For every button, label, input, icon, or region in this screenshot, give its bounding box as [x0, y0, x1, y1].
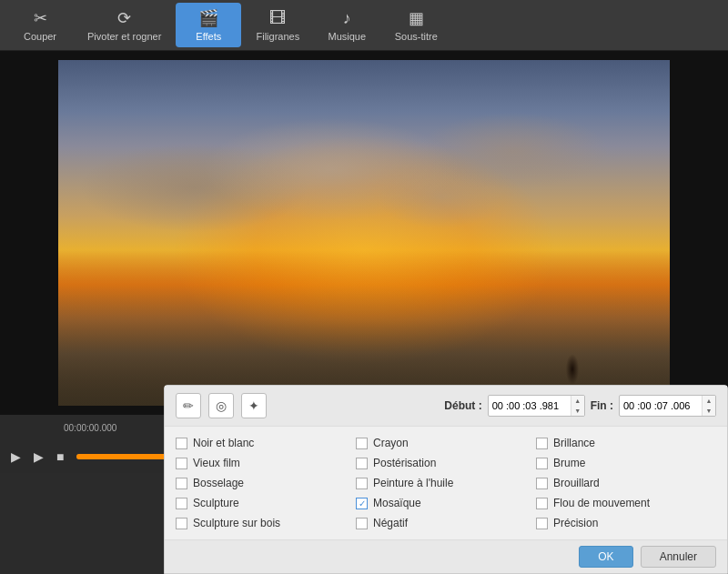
effect-item[interactable]: Peinture à l'huile: [356, 474, 536, 492]
effect-item[interactable]: Postérisation: [356, 454, 536, 472]
effect-checkbox[interactable]: [176, 478, 187, 489]
toolbar-btn-pivoter[interactable]: ⟳Pivoter et rogner: [76, 3, 172, 47]
effect-label: Sculpture: [193, 497, 239, 509]
effect-item[interactable]: Noir et blanc: [176, 434, 356, 452]
effect-item[interactable]: ✓Mosaïque: [356, 494, 536, 512]
effect-item[interactable]: Flou de mouvement: [536, 494, 716, 512]
debut-spin: ▲ ▼: [571, 396, 584, 416]
ok-button[interactable]: OK: [579, 546, 632, 568]
effect-label: Postérisation: [373, 457, 436, 469]
play-button[interactable]: ▶: [7, 448, 25, 466]
effect-label: Noir et blanc: [193, 437, 254, 449]
effect-checkbox[interactable]: [176, 498, 187, 509]
toolbar-btn-couper[interactable]: ✂Couper: [7, 3, 73, 47]
effect-checkbox[interactable]: [356, 518, 368, 529]
effect-item[interactable]: Brume: [536, 454, 716, 472]
effect-checkbox[interactable]: ✓: [356, 498, 368, 509]
effects-grid: Noir et blancCrayonBrillanceVieux filmPo…: [165, 427, 727, 539]
debut-value-field[interactable]: [489, 398, 571, 414]
effect-checkbox[interactable]: [536, 458, 548, 469]
effect-label: Vieux film: [193, 457, 240, 469]
right-letterbox: [670, 51, 728, 415]
toolbar-icon-musique: ♪: [343, 9, 351, 28]
fin-spin-down[interactable]: ▼: [703, 406, 715, 416]
effect-checkbox[interactable]: [536, 438, 548, 449]
effect-item[interactable]: Vieux film: [176, 454, 356, 472]
effect-item[interactable]: Sculpture: [176, 494, 356, 512]
toolbar-icon-filigranes: 🎞: [269, 9, 286, 28]
effect-label: Précision: [553, 517, 598, 529]
toolbar-btn-effets[interactable]: 🎬Effets: [176, 3, 241, 47]
effect-item[interactable]: Bosselage: [176, 474, 356, 492]
effect-item[interactable]: Sculpture sur bois: [176, 514, 356, 532]
effect-label: Crayon: [373, 437, 409, 449]
toolbar-label-effets: Effets: [196, 31, 221, 42]
effect-item[interactable]: Brillance: [536, 434, 716, 452]
debut-input[interactable]: ▲ ▼: [488, 395, 585, 417]
toolbar-icon-effets: 🎬: [198, 8, 218, 28]
effects-circle-icon-btn[interactable]: ◎: [208, 393, 234, 418]
debut-spin-up[interactable]: ▲: [571, 396, 584, 406]
effect-label: Sculpture sur bois: [193, 517, 280, 529]
toolbar-label-sous_titre: Sous-titre: [395, 31, 438, 42]
toolbar-btn-filigranes[interactable]: 🎞Filigranes: [245, 4, 310, 47]
effect-label: Mosaïque: [373, 497, 421, 509]
effect-checkbox[interactable]: [356, 458, 368, 469]
debut-label: Début :: [444, 399, 481, 412]
effect-item[interactable]: Brouillard: [536, 474, 716, 492]
effect-label: Flou de mouvement: [553, 497, 650, 509]
effect-checkbox[interactable]: [176, 438, 187, 449]
effect-checkbox[interactable]: [176, 518, 187, 529]
time-field-group: Début : ▲ ▼ Fin : ▲ ▼: [444, 395, 716, 417]
fin-label: Fin :: [591, 399, 613, 412]
effect-label: Brillance: [553, 437, 595, 449]
toolbar-icon-couper: ✂: [34, 8, 47, 28]
effect-label: Bosselage: [193, 477, 244, 489]
time-start: 00:00:00.000: [64, 423, 116, 433]
effects-toolbar: ✏ ◎ ✦ Début : ▲ ▼ Fin : ▲ ▼: [165, 386, 727, 427]
effects-edit-icon-btn[interactable]: ✏: [176, 393, 201, 418]
toolbar-label-musique: Musique: [329, 31, 367, 42]
popup-footer: OK Annuler: [165, 539, 727, 573]
effect-label: Négatif: [373, 517, 408, 529]
effect-label: Brume: [553, 457, 585, 469]
toolbar-label-filigranes: Filigranes: [256, 31, 299, 42]
fin-spin-up[interactable]: ▲: [703, 396, 715, 406]
play-alt-button[interactable]: ▶: [30, 448, 47, 466]
effect-item[interactable]: Précision: [536, 514, 716, 532]
toolbar-label-couper: Couper: [24, 31, 56, 42]
toolbar-btn-musique[interactable]: ♪Musique: [314, 4, 379, 47]
fin-value-field[interactable]: [620, 398, 702, 414]
toolbar-icon-pivoter: ⟳: [117, 8, 131, 28]
video-scene: [58, 60, 670, 406]
effects-sun-icon-btn[interactable]: ✦: [241, 393, 267, 418]
effect-label: Brouillard: [553, 477, 600, 489]
effect-checkbox[interactable]: [356, 438, 368, 449]
effect-checkbox[interactable]: [536, 478, 548, 489]
fin-input[interactable]: ▲ ▼: [619, 395, 716, 417]
effect-checkbox[interactable]: [356, 478, 368, 489]
fin-spin: ▲ ▼: [702, 396, 715, 416]
toolbar-btn-sous_titre[interactable]: ▦Sous-titre: [383, 3, 449, 47]
effect-item[interactable]: Crayon: [356, 434, 536, 452]
video-frame: [58, 60, 670, 406]
effect-item[interactable]: Négatif: [356, 514, 536, 532]
toolbar-icon-sous_titre: ▦: [409, 8, 424, 28]
effect-label: Peinture à l'huile: [373, 477, 453, 489]
main-toolbar: ✂Couper⟳Pivoter et rogner🎬Effets🎞Filigra…: [0, 0, 728, 51]
left-letterbox: [0, 51, 58, 415]
debut-spin-down[interactable]: ▼: [571, 406, 584, 416]
effect-checkbox[interactable]: [536, 498, 548, 509]
effect-checkbox[interactable]: [176, 458, 187, 469]
effect-checkbox[interactable]: [536, 518, 548, 529]
video-area: [0, 51, 728, 415]
stop-button[interactable]: ■: [53, 448, 67, 466]
cancel-button[interactable]: Annuler: [641, 546, 716, 568]
toolbar-label-pivoter: Pivoter et rogner: [87, 31, 161, 42]
effects-popup: ✏ ◎ ✦ Début : ▲ ▼ Fin : ▲ ▼ Noir e: [164, 385, 728, 574]
